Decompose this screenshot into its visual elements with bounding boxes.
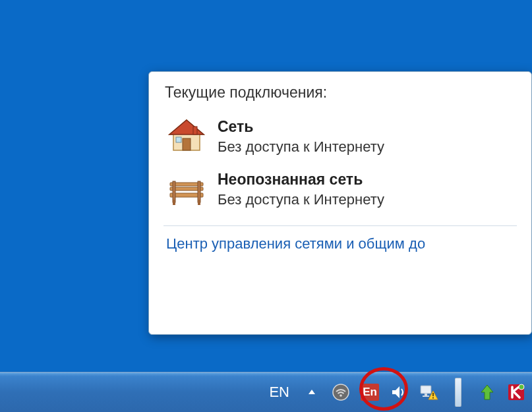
flyout-title: Текущие подключения:	[165, 84, 517, 102]
language-code-label: EN	[266, 384, 292, 401]
separator	[163, 225, 517, 226]
svg-rect-16	[421, 386, 431, 394]
wifi-disabled-tray-icon[interactable]	[332, 372, 350, 412]
house-icon	[166, 116, 207, 157]
svg-rect-4	[193, 127, 197, 134]
connection-item[interactable]: Неопознанная сеть Без доступа к Интернет…	[163, 163, 517, 216]
svg-rect-3	[176, 137, 181, 142]
svg-marker-15	[392, 386, 399, 398]
svg-rect-21	[432, 397, 434, 399]
svg-point-14	[340, 394, 342, 397]
punto-en-box: En	[361, 384, 379, 401]
network-flyout: Текущие подключения: Сеть Без доступа к …	[148, 71, 532, 335]
system-tray: EN En	[266, 372, 532, 412]
connection-status: Без доступа к Интернету	[218, 190, 384, 210]
clock-area[interactable]	[449, 372, 467, 412]
punto-switcher-tray-icon[interactable]: En	[361, 372, 379, 412]
kaspersky-icon	[507, 383, 525, 401]
svg-rect-17	[425, 394, 427, 396]
connection-text: Неопознанная сеть Без доступа к Интернет…	[218, 169, 384, 210]
kaspersky-tray-icon[interactable]	[507, 372, 525, 412]
svg-rect-11	[198, 200, 200, 205]
volume-tray-icon[interactable]	[390, 372, 408, 412]
wifi-disabled-icon	[332, 383, 350, 401]
language-indicator[interactable]: EN	[266, 372, 292, 412]
network-warning-icon	[419, 383, 438, 401]
connection-name: Неопознанная сеть	[218, 169, 384, 190]
chevron-up-icon	[307, 388, 316, 397]
volume-icon	[390, 383, 408, 401]
connection-item[interactable]: Сеть Без доступа к Интернету	[163, 111, 517, 163]
svg-rect-8	[173, 181, 175, 202]
connection-status: Без доступа к Интернету	[218, 137, 384, 157]
svg-rect-10	[173, 200, 175, 205]
network-tray-icon[interactable]	[419, 372, 438, 412]
svg-rect-9	[198, 181, 200, 202]
clock-strip	[455, 378, 461, 407]
svg-marker-12	[309, 390, 315, 394]
svg-rect-2	[183, 138, 191, 150]
svg-marker-22	[481, 385, 493, 399]
svg-marker-1	[169, 120, 204, 134]
svg-rect-18	[423, 396, 429, 397]
network-center-link[interactable]: Центр управления сетями и общим до	[163, 234, 517, 254]
connection-name: Сеть	[218, 117, 384, 137]
show-hidden-icons-button[interactable]	[303, 372, 321, 412]
connection-text: Сеть Без доступа к Интернету	[218, 117, 384, 157]
connections-list: Сеть Без доступа к Интернету Неопознанна…	[163, 111, 517, 216]
svg-point-24	[519, 384, 524, 390]
bench-icon	[166, 169, 207, 210]
svg-rect-20	[432, 393, 434, 396]
taskbar: EN En	[0, 372, 532, 412]
update-tray-icon[interactable]	[478, 372, 496, 412]
update-arrow-icon	[479, 383, 496, 401]
